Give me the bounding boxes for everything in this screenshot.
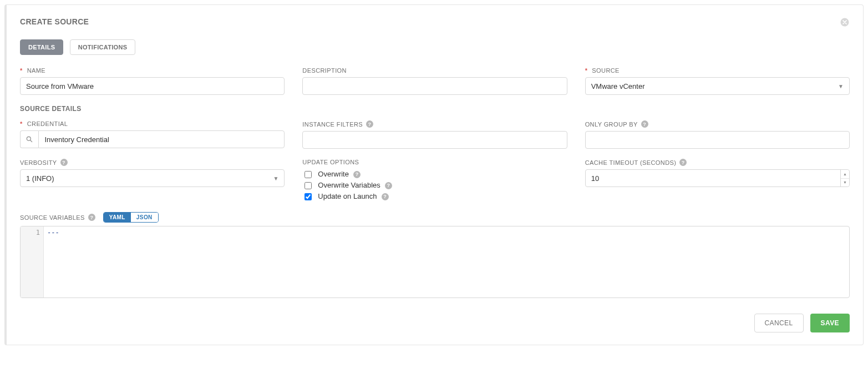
section-source-details: SOURCE DETAILS: [20, 105, 850, 113]
help-icon[interactable]: ?: [385, 182, 392, 189]
chevron-down-icon: ▼: [273, 175, 278, 182]
name-label: *NAME: [20, 67, 285, 74]
svg-point-1: [27, 137, 31, 140]
overwrite-checkbox[interactable]: [304, 171, 312, 178]
source-variables-editor[interactable]: 1 ---: [20, 226, 850, 298]
credential-lookup-button[interactable]: [20, 130, 38, 148]
overwrite-label: Overwrite: [318, 169, 349, 180]
source-label: *SOURCE: [585, 67, 850, 74]
only-group-by-input[interactable]: [585, 131, 850, 149]
credential-input[interactable]: [38, 130, 285, 148]
instance-filters-label: INSTANCE FILTERS ?: [302, 120, 567, 128]
verbosity-select[interactable]: 1 (INFO) ▼: [20, 169, 285, 187]
editor-gutter: 1: [21, 226, 44, 298]
source-select[interactable]: VMware vCenter ▼: [585, 77, 850, 95]
credential-label: *CREDENTIAL: [20, 120, 285, 127]
tab-notifications[interactable]: NOTIFICATIONS: [70, 39, 136, 55]
help-icon[interactable]: ?: [382, 193, 389, 200]
verbosity-label: VERBOSITY ?: [20, 159, 285, 166]
stepper-down-icon[interactable]: ▼: [841, 179, 849, 187]
description-label: DESCRIPTION: [302, 67, 567, 74]
search-icon: [26, 135, 33, 143]
chevron-down-icon: ▼: [838, 83, 844, 89]
close-icon[interactable]: [840, 17, 850, 27]
stepper-up-icon[interactable]: ▲: [841, 170, 849, 179]
instance-filters-input[interactable]: [302, 131, 567, 149]
help-icon[interactable]: ?: [88, 214, 95, 221]
toggle-yaml[interactable]: YAML: [104, 213, 131, 222]
only-group-by-label: ONLY GROUP BY ?: [585, 120, 850, 128]
help-icon[interactable]: ?: [679, 159, 687, 166]
source-variables-label: SOURCE VARIABLES ?: [20, 214, 95, 221]
number-spinner: ▲ ▼: [840, 170, 849, 186]
update-on-launch-label: Update on Launch: [318, 191, 377, 202]
tabs: DETAILS NOTIFICATIONS: [20, 39, 850, 55]
help-icon[interactable]: ?: [60, 159, 68, 166]
help-icon[interactable]: ?: [353, 171, 361, 178]
tab-details[interactable]: DETAILS: [20, 39, 63, 55]
panel-title: CREATE SOURCE: [20, 17, 89, 26]
cache-timeout-input[interactable]: [585, 169, 850, 187]
description-input[interactable]: [302, 77, 567, 95]
update-on-launch-checkbox[interactable]: [304, 193, 312, 200]
cancel-button[interactable]: CANCEL: [754, 314, 804, 332]
create-source-panel: CREATE SOURCE DETAILS NOTIFICATIONS *NAM…: [4, 4, 864, 345]
toggle-json[interactable]: JSON: [131, 213, 158, 222]
update-options-label: UPDATE OPTIONS: [302, 159, 567, 165]
cache-timeout-label: CACHE TIMEOUT (SECONDS) ?: [585, 159, 850, 166]
overwrite-vars-checkbox[interactable]: [304, 182, 312, 189]
help-icon[interactable]: ?: [641, 120, 648, 128]
help-icon[interactable]: ?: [366, 120, 373, 128]
name-input[interactable]: [20, 77, 285, 95]
svg-line-2: [31, 140, 32, 142]
editor-content[interactable]: ---: [44, 226, 849, 298]
save-button[interactable]: SAVE: [810, 314, 850, 332]
overwrite-vars-label: Overwrite Variables: [318, 180, 380, 191]
yaml-json-toggle: YAML JSON: [103, 212, 159, 223]
